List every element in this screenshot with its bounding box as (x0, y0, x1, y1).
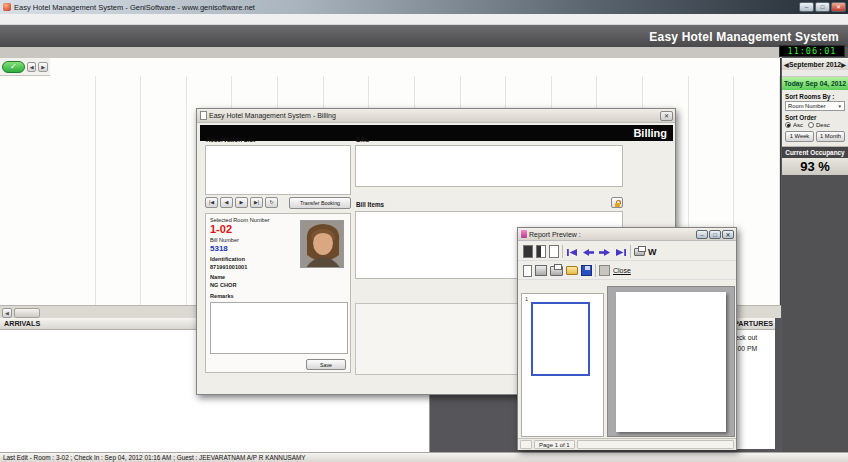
preview-toolbar-layout: W (518, 243, 736, 261)
sort-panel: Sort Rooms By : Room Number ▼ Sort Order… (782, 90, 848, 147)
title-bar: Easy Hotel Management System - GeniSoftw… (0, 0, 848, 14)
tab-bar (0, 47, 782, 58)
app-icon (3, 3, 11, 11)
sort-rooms-select[interactable]: Room Number ▼ (785, 101, 845, 111)
page-width-view-icon[interactable] (549, 245, 559, 258)
open-folder-icon[interactable] (566, 266, 578, 275)
calendar-prev-icon[interactable]: ◀ (784, 61, 789, 68)
digital-clock: 11:06:01 (779, 45, 845, 57)
save-report-icon[interactable] (581, 265, 592, 276)
preview-close-icon[interactable]: ✕ (722, 230, 734, 239)
first-page-icon[interactable] (566, 243, 579, 261)
single-page-view-icon[interactable] (523, 245, 533, 258)
chevron-down-icon: ▼ (838, 104, 842, 109)
menu-bar (0, 14, 848, 25)
scroll-right-button[interactable]: ▶ (38, 62, 48, 72)
new-page-icon[interactable] (523, 265, 532, 277)
sort-order-label: Sort Order (785, 114, 845, 121)
scrollbar-left-arrow[interactable]: ◀ (2, 308, 12, 318)
minimize-button[interactable]: – (799, 2, 814, 12)
scrollbar-thumb[interactable] (14, 308, 40, 318)
billing-totals (355, 303, 521, 375)
preview-maximize-button[interactable]: □ (709, 230, 721, 239)
selected-room-number: 1-02 (210, 223, 232, 235)
sort-rooms-label: Sort Rooms By : (785, 93, 845, 100)
lock-icon[interactable] (611, 197, 623, 208)
report-preview-title: Report Preview : (529, 231, 581, 238)
transfer-booking-button[interactable]: Transfer Booking (289, 197, 351, 209)
reservation-list-label: Reservation List (206, 136, 255, 143)
occupancy-value: 93 % (782, 158, 848, 175)
last-record-button[interactable]: ▶| (250, 197, 263, 208)
bill-items-label: Bill Items (356, 201, 384, 208)
planner-corner-controls: ✓ ◀ ▶ (0, 58, 50, 76)
identification-label: Identification (210, 256, 245, 262)
asc-label: Asc (793, 122, 803, 128)
thumbnails-panel: 1 (521, 293, 604, 437)
remarks-field[interactable] (210, 302, 348, 354)
sidebar: ◀ September 2012 ▶ Today Sep 04, 2012 So… (782, 58, 848, 452)
export-icon[interactable] (634, 248, 645, 256)
bill-number-value: 5318 (210, 244, 228, 253)
prev-record-button[interactable]: ◀ (220, 197, 233, 208)
page-status: Page 1 of 1 (534, 440, 575, 449)
billing-title-bar: Easy Hotel Management System - Billing (197, 109, 675, 123)
bills-table[interactable] (355, 145, 623, 187)
close-button[interactable]: ✕ (831, 2, 846, 12)
confirm-button[interactable]: ✓ (2, 61, 25, 73)
billing-header: Billing (200, 125, 673, 141)
billing-window-title: Easy Hotel Management System - Billing (209, 112, 336, 119)
app-window: Easy Hotel Management System - GeniSoftw… (0, 0, 848, 462)
receipt-thumbnail[interactable] (531, 302, 590, 376)
sort-asc-radio[interactable] (785, 122, 791, 128)
bills-label: Bills (356, 136, 369, 143)
billing-window-icon (200, 111, 207, 120)
window-title: Easy Hotel Management System - GeniSoftw… (14, 3, 255, 12)
sort-desc-radio[interactable] (808, 122, 814, 128)
scroll-left-button[interactable]: ◀ (27, 62, 37, 72)
toolbar-brand-text: Easy Hotel Management System (649, 30, 839, 44)
refresh-button[interactable]: ↻ (265, 197, 278, 208)
today-bar: Today Sep 04, 2012 (782, 77, 848, 90)
maximize-button[interactable]: □ (815, 2, 830, 12)
two-page-view-icon[interactable] (536, 245, 546, 258)
thumbnail-page-number: 1 (525, 296, 528, 302)
close-report-icon[interactable] (599, 265, 610, 276)
remarks-label: Remarks (210, 293, 234, 299)
preview-panel (607, 286, 735, 437)
status-bar: Last Edit - Room : 3-02 ; Check In : Sep… (0, 452, 848, 462)
occupancy-label: Current Occupancy (782, 147, 848, 158)
one-week-button[interactable]: 1 Week (785, 131, 814, 142)
name-value: NG CHOR (210, 282, 236, 288)
close-report-button[interactable]: Close (613, 267, 631, 274)
save-button[interactable]: Save (306, 359, 346, 370)
invoice-preview-page (616, 292, 726, 432)
next-record-button[interactable]: ▶ (235, 197, 248, 208)
print-icon[interactable] (550, 266, 563, 276)
billing-close-icon[interactable]: ✕ (660, 111, 673, 121)
reservation-list-table[interactable] (205, 145, 351, 195)
guest-photo (300, 220, 344, 268)
name-label: Name (210, 274, 225, 280)
identification-value: 871991001001 (210, 264, 247, 270)
last-page-icon[interactable] (614, 243, 627, 261)
calendar-day-headers (782, 70, 848, 77)
prev-page-icon[interactable] (582, 243, 595, 261)
report-preview-window: Report Preview : – □ ✕ W (517, 227, 737, 450)
one-month-button[interactable]: 1 Month (816, 131, 845, 142)
preview-minimize-button[interactable]: – (696, 230, 708, 239)
calendar-title: September 2012 (789, 61, 841, 68)
copy-pages-icon[interactable] (535, 265, 547, 276)
reservation-nav: |◀ ◀ ▶ ▶| ↻ (205, 197, 278, 208)
report-preview-icon (521, 230, 527, 238)
desc-label: Desc (816, 122, 830, 128)
first-record-button[interactable]: |◀ (205, 197, 218, 208)
selected-room-panel: Selected Room Number 1-02 Bill Number 53… (205, 213, 351, 373)
word-export-icon[interactable]: W (648, 247, 657, 257)
next-page-icon[interactable] (598, 243, 611, 261)
bill-number-label: Bill Number (210, 237, 239, 243)
preview-status-bar: Page 1 of 1 (518, 438, 736, 450)
preview-toolbar-file: Close (518, 262, 736, 280)
calendar-next-icon[interactable]: ▶ (841, 61, 846, 68)
status-legend (782, 175, 848, 183)
